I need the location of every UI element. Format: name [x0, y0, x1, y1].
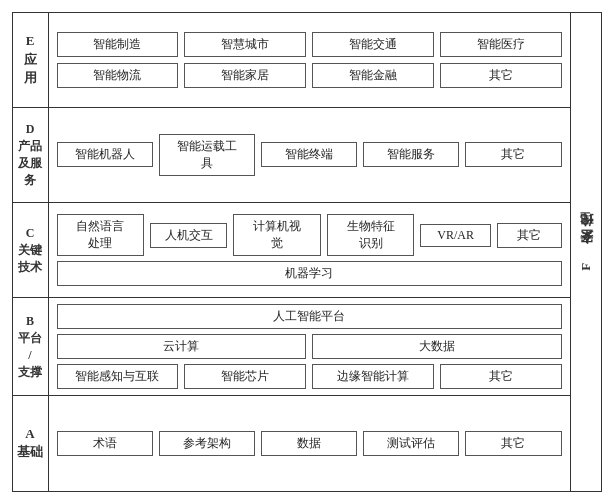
sections-container: E应用 智能制造 智慧城市 智能交通 智能医疗 智能物流 智能家居 智能金融 其…	[13, 13, 571, 491]
tag-a-ceshi: 测试评估	[363, 431, 459, 456]
section-f: F 安全／伦理	[571, 13, 601, 491]
section-d-row1: 智能机器人 智能运载工具 智能终端 智能服务 其它	[57, 134, 562, 176]
section-e-label: E应用	[13, 13, 49, 107]
section-b-row2: 云计算 大数据	[57, 334, 562, 359]
tag-e-wuliu: 智能物流	[57, 63, 179, 88]
section-b: B平台/支撑 人工智能平台 云计算 大数据 智能感知与互联 智能芯片 边缘智能计…	[13, 298, 570, 396]
section-f-label: F 安全／伦理	[577, 233, 595, 271]
section-c-row2: 机器学习	[57, 261, 562, 286]
tag-b-bianyuan: 边缘智能计算	[312, 364, 434, 389]
tag-b-dashuju: 大数据	[312, 334, 562, 359]
tag-d-zhongduan: 智能终端	[261, 142, 357, 167]
section-b-row1: 人工智能平台	[57, 304, 562, 329]
tag-e-qita: 其它	[440, 63, 562, 88]
tag-c-shengwu: 生物特征识别	[327, 214, 415, 256]
tag-c-jisuanji: 计算机视觉	[233, 214, 321, 256]
section-b-row3: 智能感知与互联 智能芯片 边缘智能计算 其它	[57, 364, 562, 389]
tag-b-yunjisuan: 云计算	[57, 334, 307, 359]
section-e: E应用 智能制造 智慧城市 智能交通 智能医疗 智能物流 智能家居 智能金融 其…	[13, 13, 570, 108]
tag-d-qita: 其它	[465, 142, 561, 167]
tag-a-shuyu: 术语	[57, 431, 153, 456]
tag-e-zhizao: 智能制造	[57, 32, 179, 57]
section-e-row1: 智能制造 智慧城市 智能交通 智能医疗	[57, 32, 562, 57]
tag-b-qita: 其它	[440, 364, 562, 389]
tag-c-jiqixuexi: 机器学习	[57, 261, 562, 286]
tag-c-vrar: VR/AR	[420, 224, 490, 247]
section-d-label: D产品及服务	[13, 108, 49, 202]
section-d-body: 智能机器人 智能运载工具 智能终端 智能服务 其它	[49, 108, 570, 202]
section-c: C关键技术 自然语言处理 人机交互 计算机视觉 生物特征识别 VR/AR 其它 …	[13, 203, 570, 298]
tag-b-zhigan: 智能感知与互联	[57, 364, 179, 389]
tag-a-shuju: 数据	[261, 431, 357, 456]
tag-d-fuwu: 智能服务	[363, 142, 459, 167]
tag-d-jiqiren: 智能机器人	[57, 142, 153, 167]
main-diagram: E应用 智能制造 智慧城市 智能交通 智能医疗 智能物流 智能家居 智能金融 其…	[12, 12, 602, 492]
tag-e-jinrong: 智能金融	[312, 63, 434, 88]
section-a-body: 术语 参考架构 数据 测试评估 其它	[49, 396, 570, 490]
tag-c-qita: 其它	[497, 223, 562, 248]
section-c-body: 自然语言处理 人机交互 计算机视觉 生物特征识别 VR/AR 其它 机器学习	[49, 203, 570, 297]
tag-c-yuyan: 自然语言处理	[57, 214, 145, 256]
section-c-row1: 自然语言处理 人机交互 计算机视觉 生物特征识别 VR/AR 其它	[57, 214, 562, 256]
section-a-label: A基础	[13, 396, 49, 490]
section-a: A基础 术语 参考架构 数据 测试评估 其它	[13, 396, 570, 490]
tag-d-yunzai: 智能运载工具	[159, 134, 255, 176]
section-d: D产品及服务 智能机器人 智能运载工具 智能终端 智能服务 其它	[13, 108, 570, 203]
tag-e-yiliao: 智能医疗	[440, 32, 562, 57]
tag-e-chengshi: 智慧城市	[184, 32, 306, 57]
tag-e-jiaotong: 智能交通	[312, 32, 434, 57]
tag-a-cankao: 参考架构	[159, 431, 255, 456]
tag-e-jiaju: 智能家居	[184, 63, 306, 88]
section-c-label: C关键技术	[13, 203, 49, 297]
tag-c-renji: 人机交互	[150, 223, 226, 248]
section-b-body: 人工智能平台 云计算 大数据 智能感知与互联 智能芯片 边缘智能计算 其它	[49, 298, 570, 395]
section-b-label: B平台/支撑	[13, 298, 49, 395]
section-e-row2: 智能物流 智能家居 智能金融 其它	[57, 63, 562, 88]
section-e-body: 智能制造 智慧城市 智能交通 智能医疗 智能物流 智能家居 智能金融 其它	[49, 13, 570, 107]
tag-b-芯片: 智能芯片	[184, 364, 306, 389]
section-a-row1: 术语 参考架构 数据 测试评估 其它	[57, 431, 562, 456]
tag-b-platform: 人工智能平台	[57, 304, 562, 329]
tag-a-qita: 其它	[465, 431, 561, 456]
